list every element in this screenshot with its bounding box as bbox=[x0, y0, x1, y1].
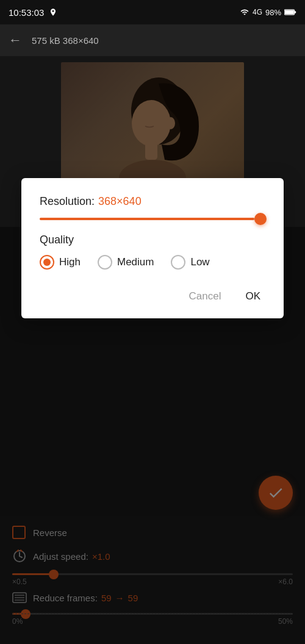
radio-high[interactable] bbox=[40, 255, 54, 270]
quality-high-label: High bbox=[59, 256, 81, 268]
back-button[interactable]: ← bbox=[9, 32, 22, 48]
slider-thumb[interactable] bbox=[254, 213, 267, 225]
location-icon bbox=[49, 8, 57, 16]
svg-rect-1 bbox=[285, 10, 294, 15]
svg-rect-2 bbox=[295, 11, 296, 13]
quality-label: Quality bbox=[40, 234, 265, 246]
cancel-button[interactable]: Cancel bbox=[184, 287, 226, 306]
quality-medium-label: Medium bbox=[117, 256, 154, 268]
dialog-overlay: Resolution: 368×640 Quality High Medium bbox=[0, 56, 305, 644]
header-title: 575 kB 368×640 bbox=[32, 35, 99, 46]
radio-low[interactable] bbox=[171, 255, 185, 270]
resolution-slider-container[interactable] bbox=[40, 218, 265, 220]
battery-level: 98% bbox=[265, 8, 281, 17]
quality-option-low[interactable]: Low bbox=[171, 255, 209, 270]
time-display: 10:53:03 bbox=[9, 7, 44, 18]
header: ← 575 kB 368×640 bbox=[0, 24, 305, 56]
network-type: 4G bbox=[253, 8, 262, 16]
status-indicators: 4G 98% bbox=[240, 8, 296, 17]
status-time: 10:53:03 bbox=[9, 7, 57, 18]
radio-medium[interactable] bbox=[98, 255, 112, 270]
slider-track bbox=[40, 218, 265, 220]
quality-option-high[interactable]: High bbox=[40, 255, 81, 270]
quality-options: High Medium Low bbox=[40, 255, 265, 270]
status-bar: 10:53:03 4G 98% bbox=[0, 0, 305, 24]
battery-icon bbox=[284, 9, 296, 16]
quality-option-medium[interactable]: Medium bbox=[98, 255, 154, 270]
resolution-value: 368×640 bbox=[98, 195, 142, 208]
signal-icon bbox=[240, 8, 249, 16]
resolution-row: Resolution: 368×640 bbox=[40, 195, 265, 208]
resolution-dialog: Resolution: 368×640 Quality High Medium bbox=[21, 178, 284, 318]
resolution-label: Resolution: bbox=[40, 195, 95, 208]
dialog-buttons: Cancel OK bbox=[40, 287, 265, 306]
slider-fill bbox=[40, 218, 254, 220]
quality-low-label: Low bbox=[190, 256, 209, 268]
ok-button[interactable]: OK bbox=[240, 287, 265, 306]
